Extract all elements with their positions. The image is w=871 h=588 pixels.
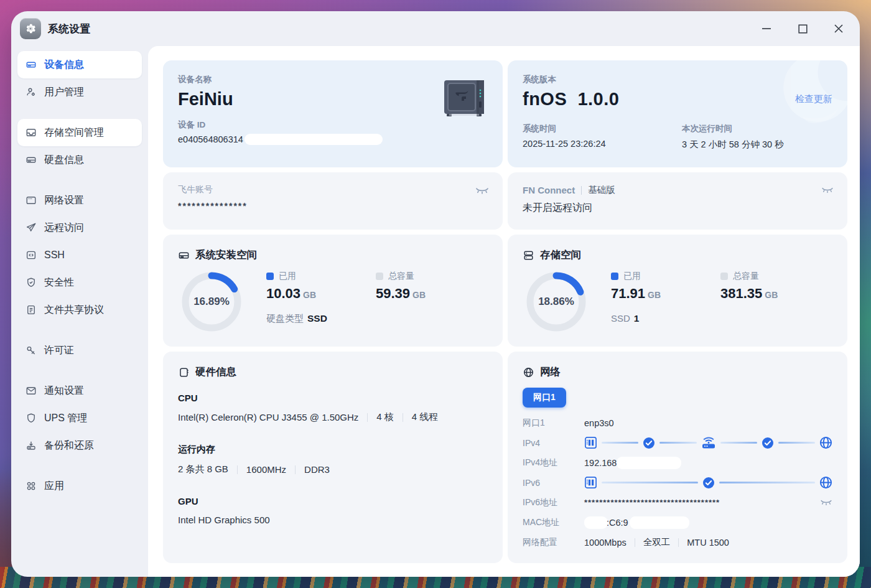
system-time-value: 2025-11-25 23:26:24 [523,139,682,149]
os-name: fnOS [523,89,567,109]
device-id-value: e040564806314 [178,134,243,144]
paper-plane-icon [26,222,37,233]
sidebar-item-backup-restore[interactable]: 备份和还原 [17,432,142,459]
total-value: 59.39 [376,286,410,301]
sidebar-item-device-info[interactable]: 设备信息 [17,51,142,78]
used-legend-swatch [266,273,274,280]
gpu-model: Intel HD Graphics 500 [178,515,270,525]
sidebar-item-label: 安全性 [44,276,74,289]
used-value: 71.91 [611,286,645,301]
apps-grid-icon [26,480,37,492]
total-label: 总容量 [388,271,414,282]
mtu-value: MTU 1500 [687,538,729,548]
sidebar-item-storage-management[interactable]: 存储空间管理 [17,119,142,146]
window-title: 系统设置 [48,22,90,36]
total-value: 381.35 [720,286,762,301]
disk-type-value: SSD [307,313,327,324]
sidebar-item-file-sharing[interactable]: 文件共享协议 [17,296,142,324]
account-label: 飞牛账号 [178,184,488,195]
system-version-card: 系统版本 fnOS 1.0.0 检查更新 系统时间 2025-11-25 23:… [508,60,847,167]
total-legend-swatch [376,273,383,280]
hardware-info-card: 硬件信息 CPU Intel(R) Celeron(R) CPU J3455 @… [163,352,503,563]
total-label: 总容量 [733,271,759,282]
os-version: 1.0.0 [577,89,619,109]
uptime-value: 3 天 2 小时 58 分钟 30 秒 [682,139,784,151]
mac-redaction [584,516,608,529]
system-space-card: 系统安装空间 16.89% [163,235,503,347]
used-unit: GB [648,290,661,300]
router-icon [701,436,716,449]
sidebar-item-label: 远程访问 [44,222,84,235]
sidebar-item-license[interactable]: 许可证 [17,337,142,364]
key-icon [26,345,37,356]
used-unit: GB [303,290,316,300]
shield-check-icon [26,277,37,288]
fn-connect-status: 未开启远程访问 [523,202,832,215]
ipv4-redaction [617,457,681,469]
cpu-label: CPU [178,393,488,403]
feiniu-account-card: 飞牛账号 *************** [163,172,503,230]
ram-freq: 1600MHz [246,464,286,475]
system-space-donut: 16.89% [180,271,243,333]
cpu-cores: 4 核 [376,411,394,423]
total-unit: GB [765,290,778,300]
minimize-icon [762,24,771,34]
sidebar-item-ups-management[interactable]: UPS 管理 [17,404,142,432]
network-card: 网络 网口1 网口1 enp3s0 IPv4 [508,352,847,563]
sidebar-item-label: 应用 [44,480,64,493]
device-drive-icon [26,59,37,70]
sidebar-item-label: 用户管理 [44,86,84,99]
cpu-model: Intel(R) Celeron(R) CPU J3455 @ 1.50GHz [178,412,358,422]
mac-address-value: :C6:9 [607,518,628,528]
ipv6-label: IPv6 [523,478,584,488]
network-window-icon [26,195,37,206]
system-space-title: 系统安装空间 [195,248,257,262]
used-legend-swatch [611,273,618,280]
sidebar-item-remote-access[interactable]: 远程访问 [17,214,142,241]
sidebar: 设备信息 用户管理 存储空间管理 硬盘信息 网络设置 [11,46,148,577]
device-id-redaction [245,134,383,145]
sidebar-item-label: UPS 管理 [44,412,87,425]
ipv4-address-value: 192.168. [584,458,619,468]
reveal-account-button[interactable] [475,186,489,198]
storage-inbox-icon [26,127,37,138]
sidebar-item-label: 网络设置 [44,194,84,207]
sidebar-item-security[interactable]: 安全性 [17,269,142,296]
check-update-link[interactable]: 检查更新 [795,93,832,105]
minimize-button[interactable] [760,22,773,35]
sidebar-item-disk-info[interactable]: 硬盘信息 [17,146,142,174]
fn-connect-card: FN Connect 基础版 未开启远程访问 [508,172,847,230]
maximize-button[interactable] [796,22,809,35]
link-speed: 1000Mbps [584,538,626,548]
titlebar: 系统设置 [11,11,860,46]
sidebar-item-applications[interactable]: 应用 [17,472,142,500]
ssd-label: SSD [611,313,630,324]
code-terminal-icon [26,250,37,261]
sidebar-item-notification-settings[interactable]: 通知设置 [17,377,142,404]
used-label: 已用 [623,271,641,282]
sidebar-item-label: 设备信息 [44,58,84,72]
ipv4-label: IPv4 [523,438,584,448]
reveal-ipv6-button[interactable] [820,498,832,507]
sidebar-item-label: 备份和还原 [44,439,94,452]
hardware-title: 硬件信息 [195,365,236,379]
nas-server-icon [584,436,597,449]
close-button[interactable] [832,22,845,35]
port1-tab-button[interactable]: 网口1 [523,388,566,408]
system-settings-window: 系统设置 设备信息 用户管理 [11,11,860,577]
close-icon [834,24,844,34]
duplex-mode: 全双工 [643,536,671,548]
check-status-icon [762,437,774,449]
sidebar-item-ssh[interactable]: SSH [17,241,142,269]
reveal-connect-button[interactable] [821,186,834,197]
storage-stack-icon [523,250,534,261]
total-unit: GB [412,290,426,300]
sidebar-item-user-management[interactable]: 用户管理 [17,78,142,106]
uptime-label: 本次运行时间 [682,123,784,134]
sidebar-item-label: 存储空间管理 [44,126,104,139]
storage-space-card: 存储空间 18.86% [508,235,847,347]
fn-connect-tier: 基础版 [588,184,615,196]
internet-globe-icon [819,436,832,449]
sidebar-item-network-settings[interactable]: 网络设置 [17,187,142,214]
ipv6-connection-diagram [584,476,832,489]
